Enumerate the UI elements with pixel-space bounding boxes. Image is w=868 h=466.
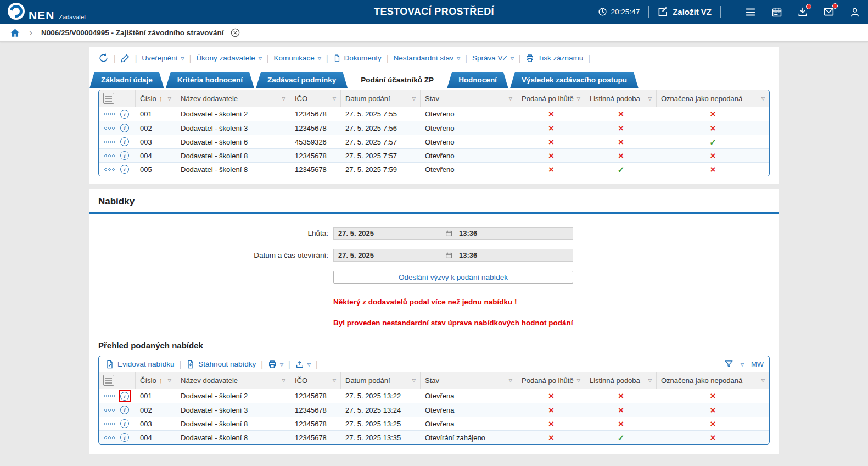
row-actions-icon[interactable] <box>104 168 115 171</box>
column-header-stav[interactable]: Stav <box>421 372 517 389</box>
filter-caret-icon[interactable] <box>758 378 765 383</box>
row-actions-icon[interactable] <box>104 436 115 439</box>
filter-caret-icon[interactable] <box>279 96 285 101</box>
row-actions-icon[interactable] <box>104 154 115 157</box>
toolbar-link-tisk-zaznamu[interactable]: Tisk záznamu <box>525 54 583 63</box>
column-header-po-lhute[interactable]: Podaná po lhůtě <box>517 90 585 107</box>
filter-caret-icon[interactable] <box>645 96 652 101</box>
export-table-button[interactable] <box>295 360 311 369</box>
column-header-cislo[interactable]: Číslo <box>136 90 176 107</box>
nen-logo[interactable]: NEN Zadavatel <box>8 3 86 21</box>
tab-kriteria-hodnoceni[interactable]: Kritéria hodnocení <box>166 72 254 88</box>
table-row[interactable]: i 003 Dodavatel - školení 6 45359326 27.… <box>99 135 769 148</box>
lhuta-datetime-field[interactable]: 27. 5. 2025 13:36 <box>333 227 573 240</box>
column-header-datum[interactable]: Datum podání <box>341 90 421 107</box>
calendar-icon[interactable] <box>771 7 782 18</box>
filter-caret-icon[interactable] <box>506 96 512 101</box>
toolbar-link-uverejneni[interactable]: Uveřejnění <box>142 54 184 62</box>
column-header-ico[interactable]: IČO <box>290 372 341 389</box>
column-header-cislo[interactable]: Číslo <box>136 372 176 389</box>
stahnout-nabidky-button[interactable]: Stáhnout nabídky <box>186 360 256 369</box>
edit-pencil-icon[interactable] <box>121 53 130 63</box>
filter-caret-icon[interactable] <box>574 96 580 101</box>
mail-icon[interactable] <box>823 6 835 18</box>
row-info-icon[interactable]: i <box>120 406 129 414</box>
table-row[interactable]: i 004 Dodavatel - školení 8 12345678 27.… <box>99 148 769 162</box>
row-actions-icon[interactable] <box>104 113 115 115</box>
filter-caret-icon[interactable] <box>279 378 285 383</box>
toolbar-link-komunikace[interactable]: Komunikace <box>274 54 321 62</box>
home-icon[interactable] <box>10 27 20 38</box>
column-header-datum[interactable]: Datum podání <box>341 372 421 389</box>
table-row[interactable]: i 004 Dodavatel - školení 8 12345678 27.… <box>99 430 769 444</box>
tab-podani-ucastniku-zp[interactable]: Podání účastníků ZP <box>349 72 445 88</box>
column-header-nazev[interactable]: Název dodavatele <box>176 90 290 107</box>
history-back-icon[interactable] <box>98 53 109 63</box>
row-info-icon[interactable]: i <box>120 392 129 401</box>
row-info-icon[interactable]: i <box>120 433 129 442</box>
tab-hodnoceni[interactable]: Hodnocení <box>447 72 508 88</box>
column-header-po-lhute[interactable]: Podaná po lhůtě <box>517 372 585 389</box>
toolbar-link-ukony-zadavatele[interactable]: Úkony zadavatele <box>196 54 261 62</box>
tab-zakladni-udaje[interactable]: Základní údaje <box>89 72 164 88</box>
row-actions-icon[interactable] <box>104 395 115 397</box>
filter-caret-icon[interactable] <box>329 96 336 101</box>
filter-caret-icon[interactable] <box>645 378 652 383</box>
table-row[interactable]: i 001 Dodavatel - školení 2 12345678 27.… <box>99 107 769 121</box>
view-selector-label[interactable]: MW <box>751 360 764 368</box>
filter-caret-icon[interactable] <box>574 378 580 383</box>
filter-caret-icon[interactable] <box>409 378 416 383</box>
row-info-icon[interactable]: i <box>120 124 129 132</box>
print-table-button[interactable] <box>268 360 283 369</box>
column-header-ico[interactable]: IČO <box>290 90 341 107</box>
hamburger-menu-icon[interactable] <box>744 6 757 18</box>
row-info-icon[interactable]: i <box>120 110 129 119</box>
create-vz-button[interactable]: Založit VZ <box>658 7 712 17</box>
column-header-listinna[interactable]: Listinná podoba <box>585 90 657 107</box>
view-dropdown-caret-icon[interactable] <box>741 363 744 367</box>
toolbar-link-nestandardni-stav[interactable]: Nestandardní stav <box>394 54 461 62</box>
filter-caret-icon[interactable] <box>758 96 765 101</box>
evidovat-nabidku-button[interactable]: Evidovat nabídku <box>105 360 175 369</box>
row-actions-icon[interactable] <box>104 141 115 143</box>
row-actions-icon[interactable] <box>104 423 115 425</box>
send-call-for-offers-button[interactable]: Odeslání výzvy k podání nabídek <box>333 271 573 284</box>
column-header-listinna[interactable]: Listinná podoba <box>585 372 657 389</box>
otevirani-date-value[interactable]: 27. 5. 2025 <box>334 251 445 259</box>
row-info-icon[interactable]: i <box>120 165 129 174</box>
column-header-nepodana[interactable]: Označena jako nepodaná <box>657 90 769 107</box>
row-info-icon[interactable]: i <box>120 151 129 160</box>
otevirani-datetime-field[interactable]: 27. 5. 2025 13:36 <box>333 249 573 262</box>
column-header-nepodana[interactable]: Označena jako nepodaná <box>657 372 769 389</box>
column-settings[interactable] <box>99 372 136 389</box>
filter-caret-icon[interactable] <box>165 96 171 101</box>
filter-caret-icon[interactable] <box>165 378 171 383</box>
column-header-nazev[interactable]: Název dodavatele <box>176 372 290 389</box>
tab-zadavaci-podminky[interactable]: Zadávací podmínky <box>256 72 348 88</box>
table-row[interactable]: i 003 Dodavatel - školení 8 12345678 27.… <box>99 417 769 430</box>
row-actions-icon[interactable] <box>104 409 115 412</box>
filter-funnel-icon[interactable] <box>724 359 733 369</box>
filter-caret-icon[interactable] <box>409 96 416 101</box>
calendar-icon[interactable] <box>445 252 452 259</box>
close-icon[interactable] <box>230 27 240 38</box>
filter-caret-icon[interactable] <box>329 378 336 383</box>
table-row[interactable]: i 005 Dodavatel - školení 8 12345678 27.… <box>99 162 769 176</box>
toolbar-link-sprava-vz[interactable]: Správa VZ <box>472 54 514 62</box>
toolbar-link-dokumenty[interactable]: Dokumenty <box>333 54 382 63</box>
breadcrumb-item[interactable]: N006/25/V00004995 - Zajištění závodního … <box>41 29 223 37</box>
column-settings[interactable] <box>99 90 136 107</box>
user-icon[interactable] <box>849 7 860 18</box>
table-row[interactable]: i 002 Dodavatel - školení 3 12345678 27.… <box>99 121 769 135</box>
download-icon[interactable] <box>797 7 808 18</box>
lhuta-date-value[interactable]: 27. 5. 2025 <box>334 229 445 237</box>
tab-vysledek-zadavaciho-postupu[interactable]: Výsledek zadávacího postupu <box>510 72 639 88</box>
otevirani-time-value[interactable]: 13:36 <box>455 251 477 259</box>
table-row[interactable]: i 001 Dodavatel - školení 2 12345678 27.… <box>99 389 769 403</box>
column-header-stav[interactable]: Stav <box>421 90 517 107</box>
lhuta-time-value[interactable]: 13:36 <box>455 229 477 237</box>
filter-caret-icon[interactable] <box>506 378 512 383</box>
row-info-icon[interactable]: i <box>120 419 129 428</box>
calendar-icon[interactable] <box>445 230 452 237</box>
row-info-icon[interactable]: i <box>120 137 129 146</box>
